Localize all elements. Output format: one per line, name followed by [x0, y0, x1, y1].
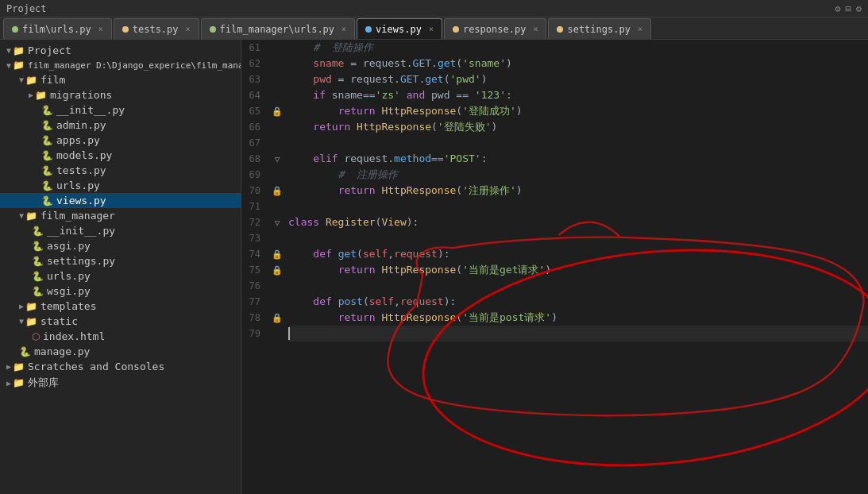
code-container: 61 62 63 64 65 66 67 68 69 70 71 72 73 7…	[241, 40, 868, 494]
tab-label: settings.py	[567, 24, 630, 35]
tab-dot	[557, 26, 563, 33]
sidebar-item-urls-film[interactable]: 🐍 urls.py	[0, 178, 241, 193]
code-line-61: # 登陆操作	[288, 40, 868, 56]
gutter-61	[270, 40, 284, 56]
sidebar-item-index-html[interactable]: ⬡ index.html	[0, 329, 241, 344]
gutter-66	[270, 119, 284, 135]
sidebar-item-film[interactable]: ▼ 📁 film	[0, 72, 241, 87]
settings-icon[interactable]: ⚙	[835, 3, 840, 14]
folder-icon: 📁	[13, 361, 25, 372]
py-icon: 🐍	[32, 271, 44, 282]
sidebar-item-label: settings.py	[47, 255, 115, 267]
code-line-62: sname = request.GET.get('sname')	[288, 56, 868, 71]
sidebar-item-admin[interactable]: 🐍 admin.py	[0, 118, 241, 133]
arrow-icon: ▶	[19, 302, 24, 311]
py-icon: 🐍	[32, 256, 44, 267]
sidebar-item-project[interactable]: ▼ 📁 Project	[0, 43, 241, 58]
py-icon: 🐍	[41, 135, 53, 146]
tab-views[interactable]: views.py ×	[357, 18, 442, 39]
sidebar-item-static[interactable]: ▼ 📁 static	[0, 314, 241, 329]
sidebar-item-asgi[interactable]: 🐍 asgi.py	[0, 238, 241, 253]
tab-film-urls[interactable]: film\urls.py ×	[3, 18, 112, 39]
code-line-75: return HttpResponse('当前是get请求')	[288, 262, 868, 278]
sidebar-item-label: asgi.py	[47, 240, 91, 252]
folder-icon: 📁	[13, 60, 25, 71]
tab-label: tests.py	[133, 24, 179, 35]
py-icon: 🐍	[41, 195, 53, 206]
tab-close-icon[interactable]: ×	[341, 25, 346, 33]
sidebar-item-views[interactable]: 🐍 views.py	[0, 193, 241, 208]
sidebar-item-init-film[interactable]: 🐍 __init__.py	[0, 102, 241, 118]
gutter-68-collapse[interactable]: ▽	[270, 151, 284, 167]
gutter-72-collapse[interactable]: ▽	[270, 214, 284, 230]
code-line-78: return HttpResponse('当前是post请求')	[288, 310, 868, 326]
sidebar-item-apps[interactable]: 🐍 apps.py	[0, 133, 241, 148]
code-line-71	[288, 199, 868, 214]
tab-label: film\urls.py	[22, 24, 91, 35]
code-text: # 登陆操作	[288, 40, 373, 56]
sidebar-item-init-fm[interactable]: 🐍 __init__.py	[0, 223, 241, 238]
folder-icon: 📁	[25, 75, 37, 86]
py-icon: 🐍	[32, 226, 44, 237]
code-line-79	[288, 326, 868, 342]
html-icon: ⬡	[32, 331, 40, 342]
tab-dot	[365, 26, 372, 33]
code-line-70: return HttpResponse('注册操作')	[288, 183, 868, 199]
gutter-67	[270, 135, 284, 151]
code-line-77: def post(self,request):	[288, 294, 868, 310]
folder-icon: 📁	[13, 377, 25, 388]
tab-close-icon[interactable]: ×	[638, 25, 642, 33]
arrow-icon: ▶	[29, 91, 33, 99]
tab-close-icon[interactable]: ×	[186, 25, 191, 33]
sidebar-item-label: admin.py	[56, 119, 106, 131]
gutter-62	[270, 56, 284, 71]
sidebar-item-label: views.py	[56, 195, 106, 206]
sidebar-item-label: __init__.py	[56, 104, 125, 116]
tab-film-manager-urls[interactable]: film_manager\urls.py ×	[201, 18, 356, 39]
py-icon: 🐍	[41, 105, 53, 116]
sidebar-item-templates[interactable]: ▶ 📁 templates	[0, 299, 241, 314]
code-line-69: # 注册操作	[288, 167, 868, 183]
tab-settings[interactable]: settings.py ×	[548, 18, 651, 39]
sidebar-item-film-manager[interactable]: ▼ 📁 film_manager	[0, 208, 241, 223]
sidebar-item-label: templates	[41, 300, 96, 312]
tab-response[interactable]: response.py ×	[444, 18, 547, 39]
sidebar-item-film-manager-root[interactable]: ▼ 📁 film_manager D:\Django_experice\film…	[0, 58, 241, 72]
split-icon[interactable]: ⊟	[846, 3, 851, 14]
sidebar-item-tests[interactable]: 🐍 tests.py	[0, 163, 241, 178]
tab-close-icon[interactable]: ×	[429, 25, 434, 33]
folder-icon: 📁	[25, 316, 37, 327]
tab-close-icon[interactable]: ×	[533, 25, 538, 33]
arrow-icon: ▼	[19, 317, 24, 326]
sidebar-item-scratches[interactable]: ▶ 📁 Scratches and Consoles	[0, 359, 241, 374]
py-icon: 🐍	[41, 150, 53, 161]
config-icon[interactable]: ⚙	[856, 3, 862, 14]
gutter-71	[270, 199, 284, 214]
sidebar-item-manage[interactable]: 🐍 manage.py	[0, 344, 241, 359]
sidebar-item-label: tests.py	[56, 164, 106, 176]
sidebar-item-label: static	[41, 315, 78, 327]
tab-close-icon[interactable]: ×	[98, 25, 103, 33]
sidebar-item-migrations[interactable]: ▶ 📁 migrations	[0, 87, 241, 102]
gutter-69	[270, 167, 284, 183]
folder-icon: 📁	[25, 210, 37, 222]
sidebar-item-wsgi[interactable]: 🐍 wsgi.py	[0, 284, 241, 299]
sidebar-item-settings[interactable]: 🐍 settings.py	[0, 253, 241, 268]
arrow-icon: ▼	[6, 61, 11, 70]
top-bar: Project ⚙ ⊟ ⚙	[0, 0, 868, 17]
sidebar-item-models[interactable]: 🐍 models.py	[0, 148, 241, 163]
sidebar-item-urls-fm[interactable]: 🐍 urls.py	[0, 268, 241, 284]
folder-icon: 📁	[35, 90, 47, 101]
sidebar-item-label: urls.py	[56, 179, 100, 191]
py-icon: 🐍	[41, 120, 53, 131]
sidebar-item-external-libs[interactable]: ▶ 📁 外部库	[0, 374, 241, 392]
code-line-76	[288, 278, 868, 294]
py-icon: 🐍	[19, 346, 31, 357]
sidebar-item-label: Scratches and Consoles	[28, 361, 164, 372]
arrow-icon: ▶	[6, 379, 11, 388]
sidebar-item-label: film_manager D:\Django_experice\film_man…	[28, 60, 241, 71]
gutter-77	[270, 294, 284, 310]
editor-area[interactable]: 61 62 63 64 65 66 67 68 69 70 71 72 73 7…	[241, 40, 868, 494]
tab-tests[interactable]: tests.py ×	[114, 18, 199, 39]
code-lines[interactable]: # 登陆操作 sname = request.GET.get('sname') …	[285, 40, 868, 494]
